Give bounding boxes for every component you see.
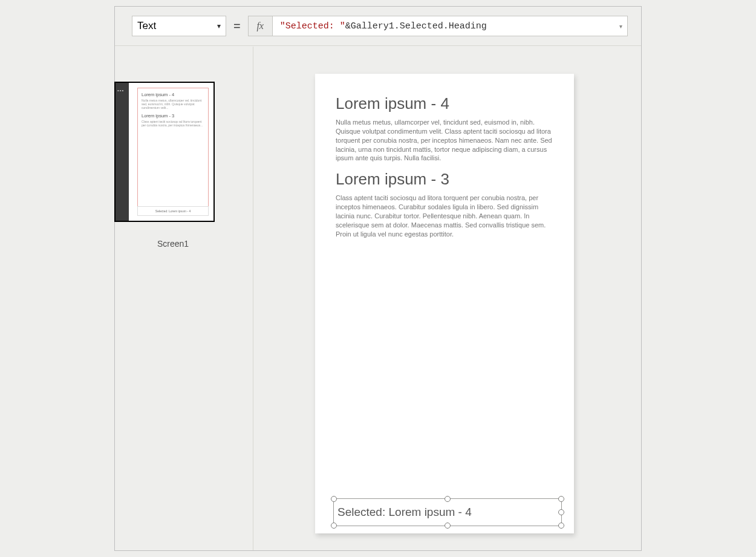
- thumbnail-selected-label: Selected: Lorem ipsum - 4: [137, 206, 209, 216]
- gallery-control[interactable]: Lorem ipsum - 4 Nulla metus metus, ullam…: [315, 74, 574, 238]
- property-select[interactable]: Text ▾: [132, 16, 226, 36]
- ellipsis-icon: •••: [117, 88, 124, 93]
- formula-token-string: "Selected: ": [280, 21, 345, 31]
- resize-handle-top-right[interactable]: [558, 496, 564, 502]
- gallery-item-heading: Lorem ipsum - 3: [336, 170, 553, 189]
- resize-handle-bottom-left[interactable]: [331, 523, 337, 529]
- fx-icon[interactable]: fx: [249, 16, 273, 36]
- thumbnail-desc: Nulla metus metus, ullamcorper vel, tinc…: [142, 99, 204, 109]
- gallery-item-description: Nulla metus metus, ullamcorper vel, tinc…: [336, 118, 553, 163]
- resize-handle-bottom-right[interactable]: [558, 523, 564, 529]
- screen-name-label: Screen1: [131, 239, 215, 249]
- thumbnail-page: Lorem ipsum - 4 Nulla metus metus, ullam…: [137, 88, 209, 216]
- gallery-item-description: Class aptent taciti sociosqu ad litora t…: [336, 194, 553, 238]
- formula-expand-icon[interactable]: ▾: [614, 16, 627, 36]
- selected-label-control[interactable]: Selected: Lorem ipsum - 4: [333, 498, 562, 526]
- property-select-value: Text: [137, 20, 156, 32]
- selected-label-text: Selected: Lorem ipsum - 4: [337, 506, 472, 519]
- resize-handle-top-middle[interactable]: [445, 496, 451, 502]
- gallery-item[interactable]: Lorem ipsum - 4 Nulla metus metus, ullam…: [336, 94, 553, 163]
- gallery-item-heading: Lorem ipsum - 4: [336, 94, 553, 113]
- app-frame: Text ▾ = fx "Selected: " & Gallery1.Sele…: [114, 6, 642, 551]
- thumbnail-desc: Class aptent taciti sociosqu ad litora t…: [142, 120, 204, 127]
- resize-handle-top-left[interactable]: [331, 496, 337, 502]
- chevron-down-icon: ▾: [217, 22, 221, 30]
- formula-token-reference: Gallery1.Selected.Heading: [351, 21, 487, 31]
- screen-thumbnail-frame: ••• Lorem ipsum - 4 Nulla metus metus, u…: [114, 82, 215, 222]
- equals-label: =: [232, 19, 242, 33]
- resize-handle-middle-right[interactable]: [558, 509, 564, 515]
- gallery-item[interactable]: Lorem ipsum - 3 Class aptent taciti soci…: [336, 170, 553, 238]
- formula-input-container: fx "Selected: " & Gallery1.Selected.Head…: [248, 16, 628, 36]
- formula-bar: Text ▾ = fx "Selected: " & Gallery1.Sele…: [115, 7, 641, 46]
- canvas-pane[interactable]: Lorem ipsum - 4 Nulla metus metus, ullam…: [253, 47, 641, 550]
- screen-thumbnail[interactable]: ••• Lorem ipsum - 4 Nulla metus metus, u…: [114, 82, 215, 249]
- thumbnail-heading: Lorem ipsum - 4: [142, 92, 204, 97]
- content-area: ••• Lorem ipsum - 4 Nulla metus metus, u…: [115, 47, 641, 550]
- thumbnail-sidebar: •••: [116, 83, 129, 221]
- formula-token-operator: &: [345, 21, 351, 31]
- thumbnail-heading: Lorem ipsum - 3: [142, 113, 204, 119]
- screens-pane: ••• Lorem ipsum - 4 Nulla metus metus, u…: [115, 47, 253, 550]
- formula-input[interactable]: "Selected: " & Gallery1.Selected.Heading: [273, 16, 614, 36]
- app-preview: Lorem ipsum - 4 Nulla metus metus, ullam…: [315, 74, 574, 533]
- resize-handle-bottom-middle[interactable]: [445, 523, 451, 529]
